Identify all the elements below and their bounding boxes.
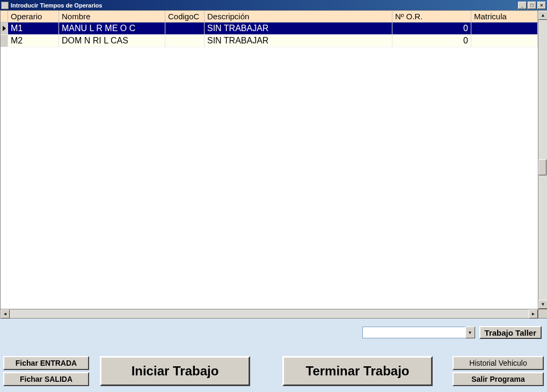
record-selector[interactable] <box>1 23 8 35</box>
terminar-trabajo-button[interactable]: Terminar Trabajo <box>282 356 433 386</box>
table-row[interactable]: M1 MANU L R ME O C SIN TRABAJAR 0 <box>1 23 538 35</box>
grid-header-row: Operario Nombre CodigoC Descripción Nº O… <box>1 11 538 23</box>
iniciar-trabajo-button[interactable]: Iniciar Trabajo <box>100 356 250 386</box>
trabajo-combo-input[interactable] <box>362 327 465 338</box>
vertical-scrollbar[interactable]: ▲ ▼ <box>538 11 547 309</box>
title-bar: Introducir Tiempos de Operarios _ □ × <box>0 0 547 10</box>
scroll-left-button[interactable]: ◄ <box>1 309 10 319</box>
cell-nor[interactable]: 0 <box>392 35 471 47</box>
table-row[interactable]: M2 DOM N RI L CAS SIN TRABAJAR 0 <box>1 35 538 47</box>
col-operario-header[interactable]: Operario <box>8 11 59 23</box>
record-selector[interactable] <box>1 35 8 47</box>
cell-codigoc[interactable] <box>165 23 205 35</box>
minimize-button[interactable]: _ <box>518 2 527 9</box>
bottom-panel: ▼ Trabajo Taller Fichar ENTRADA Fichar S… <box>0 319 547 392</box>
trabajo-taller-row: ▼ Trabajo Taller <box>3 324 544 345</box>
fichar-entrada-button[interactable]: Fichar ENTRADA <box>3 356 89 370</box>
scrollbar-corner <box>538 309 547 318</box>
cell-matricula[interactable] <box>471 23 538 35</box>
cell-descripcion[interactable]: SIN TRABAJAR <box>205 23 392 35</box>
fichar-column: Fichar ENTRADA Fichar SALIDA <box>3 356 89 386</box>
work-buttons: Iniciar Trabajo Terminar Trabajo <box>100 356 433 386</box>
scroll-up-button[interactable]: ▲ <box>538 11 547 20</box>
maximize-button[interactable]: □ <box>528 2 536 9</box>
close-button[interactable]: × <box>537 2 546 9</box>
scroll-down-button[interactable]: ▼ <box>538 300 547 309</box>
cell-descripcion[interactable]: SIN TRABAJAR <box>205 35 392 47</box>
system-menu-icon[interactable] <box>1 2 9 9</box>
window-title: Introducir Tiempos de Operarios <box>11 2 517 9</box>
scroll-right-button[interactable]: ► <box>529 309 538 319</box>
client-area: Operario Nombre CodigoC Descripción Nº O… <box>0 10 547 392</box>
col-matricula-header[interactable]: Matricula <box>471 11 538 23</box>
cell-codigoc[interactable] <box>165 35 205 47</box>
trabajo-taller-button[interactable]: Trabajo Taller <box>479 326 542 339</box>
salir-programa-button[interactable]: Salir Programa <box>453 372 544 386</box>
col-nor-header[interactable]: Nº O.R. <box>392 11 471 23</box>
main-buttons-row: Fichar ENTRADA Fichar SALIDA Iniciar Tra… <box>3 345 544 386</box>
window-buttons: _ □ × <box>517 2 546 9</box>
col-codigoc-header[interactable]: CodigoC <box>165 11 205 23</box>
col-descripcion-header[interactable]: Descripción <box>205 11 392 23</box>
combo-dropdown-button[interactable]: ▼ <box>465 327 475 338</box>
vertical-scroll-thumb[interactable] <box>538 159 546 175</box>
cell-matricula[interactable] <box>471 35 538 47</box>
cell-nombre[interactable]: MANU L R ME O C <box>59 23 165 35</box>
horizontal-scrollbar[interactable]: ◄ ► <box>1 309 538 318</box>
record-selector-header <box>1 11 8 23</box>
historial-vehiculo-button[interactable]: Historial Vehiculo <box>453 356 544 370</box>
grid-table[interactable]: Operario Nombre CodigoC Descripción Nº O… <box>1 11 538 47</box>
right-column: Historial Vehiculo Salir Programa <box>453 356 544 386</box>
cell-nor[interactable]: 0 <box>392 23 471 35</box>
trabajo-combo[interactable]: ▼ <box>362 327 475 338</box>
operators-grid[interactable]: Operario Nombre CodigoC Descripción Nº O… <box>0 10 547 319</box>
cell-operario[interactable]: M1 <box>8 23 59 35</box>
cell-nombre[interactable]: DOM N RI L CAS <box>59 35 165 47</box>
col-nombre-header[interactable]: Nombre <box>59 11 165 23</box>
cell-operario[interactable]: M2 <box>8 35 59 47</box>
fichar-salida-button[interactable]: Fichar SALIDA <box>3 372 89 386</box>
current-row-marker-icon <box>3 26 6 31</box>
